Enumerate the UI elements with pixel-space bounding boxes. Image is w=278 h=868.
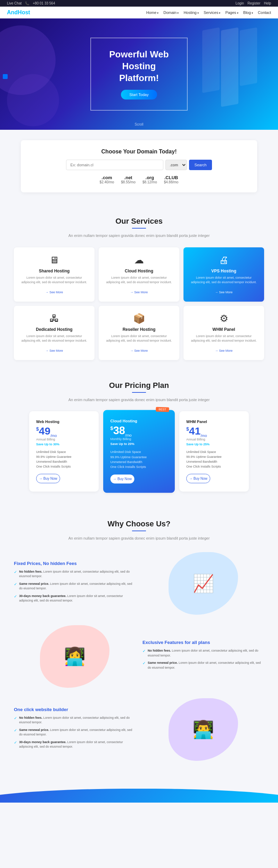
navbar: AndHost Home Domain Hosting Services Pag… [0, 7, 278, 18]
pricing-plan-name-0: Web Hosting [36, 420, 92, 424]
pricing-feature: Unmetered Bandwidth [36, 459, 92, 464]
pricing-buy-button-2[interactable]: → Buy Now [186, 474, 210, 483]
why-feature-0-0: ✓ No hidden fees. Lorem ipsum dolor sit … [14, 570, 136, 579]
pricing-feature: Unlimited Disk Space [186, 449, 242, 454]
why-feature-title-1: Exclusive Features for all plans [142, 640, 264, 645]
pricing-badge-1: BEST [156, 407, 169, 412]
tld-org: .org $8.12/mo [142, 175, 157, 184]
pricing-feature: One Click Installs Scripts [186, 464, 242, 469]
why-feature-text-0-1: Same renewal price. Lorem ipsum dolor si… [19, 582, 136, 591]
live-chat-label[interactable]: Live Chat [7, 1, 22, 5]
service-desc-3: Lorem ipsum dolor sit amet, consectetur … [19, 334, 89, 343]
service-link-3[interactable]: → See More [46, 349, 63, 352]
why-feature-text-0-2: 30-days money back guarantee. Lorem ipsu… [19, 594, 136, 603]
why-block-0: Fixed Prices, No hidden Fees ✓ No hidden… [14, 552, 264, 615]
services-divider [132, 228, 146, 229]
top-bar-right: Login Register Help [236, 1, 271, 5]
logo[interactable]: AndHost [7, 9, 30, 16]
hero-cta-button[interactable]: Start Today [121, 90, 157, 99]
hero-circle2 [7, 74, 59, 126]
service-desc-5: Lorem ipsum dolor sit amet, consectetur … [189, 334, 259, 343]
why-feature-1-0: ✓ No hidden fees. Lorem ipsum dolor sit … [142, 648, 264, 658]
pricing-features-2: Unlimited Disk Space99.9% Uptime Guarant… [186, 449, 242, 469]
pricing-feature: 99.9% Uptime Guarantee [186, 454, 242, 459]
nav-hosting[interactable]: Hosting [183, 10, 199, 15]
phone-number: +80 01 33 564 [33, 1, 55, 5]
why-check-icon-2-1: ✓ [14, 728, 17, 733]
pricing-feature: One Click Installs Scripts [111, 464, 168, 469]
why-feature-text-1-0: No hidden fees. Lorem ipsum dolor sit am… [148, 648, 264, 658]
why-image-area-2: 👨‍💻 [142, 698, 264, 761]
pricing-divider [132, 392, 146, 393]
why-content-0: Fixed Prices, No hidden Fees ✓ No hidden… [14, 561, 136, 606]
pricing-grid: Web Hosting $49/mo Annual Billing Save U… [14, 411, 264, 492]
why-feature-2-2: ✓ 30-days money back guarantee. Lorem ip… [14, 740, 136, 749]
why-blob-2: 👨‍💻 [169, 698, 238, 761]
nav-contact[interactable]: Contact [258, 10, 271, 15]
service-name-2: VPS Hosting [189, 269, 259, 273]
nav-pages[interactable]: Pages [225, 10, 238, 15]
why-check-icon-0-1: ✓ [14, 582, 17, 587]
hero-shape-2 [221, 27, 238, 107]
pricing-buy-button-1[interactable]: → Buy Now [111, 475, 134, 484]
why-content-2: One click website builder ✓ No hidden fe… [14, 707, 136, 752]
hero-section: Powerful Web Hosting Platform! Start Tod… [0, 18, 278, 130]
why-check-icon-0-0: ✓ [14, 570, 17, 574]
login-link[interactable]: Login [236, 1, 244, 5]
domain-input[interactable] [66, 160, 163, 170]
pricing-feature: One Click Installs Scripts [36, 464, 92, 469]
scroll-indicator[interactable]: Scroll [134, 122, 143, 126]
service-link-0[interactable]: → See More [46, 290, 63, 294]
service-card-3: 🖧 Dedicated Hosting Lorem ipsum dolor si… [14, 306, 95, 360]
why-blob-1: 👩‍💻 [40, 625, 109, 688]
why-image-area-0: 📈 [142, 552, 264, 615]
why-divider [132, 531, 146, 531]
nav-blog[interactable]: Blog [243, 10, 253, 15]
hero-box: Powerful Web Hosting Platform! Start Tod… [90, 38, 188, 110]
hero-shapes [202, 29, 257, 105]
help-link[interactable]: Help [264, 1, 271, 5]
why-blob-0: 📈 [169, 552, 238, 615]
service-link-4[interactable]: → See More [130, 349, 148, 352]
service-icon-2: 🖨 [189, 254, 259, 266]
tld-club: .CLUB $4.88/mo [164, 175, 179, 184]
why-feature-2-0: ✓ No hidden fees. Lorem ipsum dolor sit … [14, 716, 136, 725]
domain-search: .com.net.org.club Search [31, 160, 247, 170]
pricing-card-0: Web Hosting $49/mo Annual Billing Save U… [29, 411, 99, 492]
service-name-5: WHM Panel [189, 327, 259, 332]
phone-icon: 📞 [25, 1, 29, 5]
pricing-save-2: Save Up to 25% [186, 443, 242, 446]
why-check-icon-1-1: ✓ [142, 661, 146, 666]
service-icon-1: ☁ [104, 254, 174, 266]
hero-widget [3, 74, 8, 79]
pricing-card-2: WHM Panel $41/mo Annual Billing Save Up … [179, 411, 249, 492]
service-name-0: Shared Hosting [19, 269, 89, 273]
service-icon-5: ⚙ [189, 313, 259, 324]
nav-services[interactable]: Services [204, 10, 220, 15]
domain-extension-select[interactable]: .com.net.org.club [165, 160, 187, 170]
service-desc-0: Lorem ipsum dolor sit amet, consectetur … [19, 276, 89, 285]
service-desc-1: Lorem ipsum dolor sit amet, consectetur … [104, 276, 174, 285]
service-link-5[interactable]: → See More [215, 349, 233, 352]
service-link-1[interactable]: → See More [130, 290, 148, 294]
service-card-1: ☁ Cloud Hosting Lorem ipsum dolor sit am… [99, 247, 179, 302]
hero-shape-1 [202, 27, 220, 93]
service-icon-4: 📦 [104, 313, 174, 324]
nav-domain[interactable]: Domain [163, 10, 179, 15]
why-feature-text-0-0: No hidden fees. Lorem ipsum dolor sit am… [19, 570, 136, 579]
nav-home[interactable]: Home [146, 10, 159, 15]
pricing-feature: 99.9% Uptime Guarantee [111, 454, 168, 459]
why-feature-text-2-2: 30-days money back guarantee. Lorem ipsu… [19, 740, 136, 749]
pricing-price-2: $41/mo [186, 425, 242, 438]
pricing-feature: Unmetered Bandwidth [111, 460, 168, 464]
why-feature-2-1: ✓ Same renewal price. Lorem ipsum dolor … [14, 728, 136, 737]
service-name-4: Reseller Hosting [104, 327, 174, 332]
why-check-icon-2-2: ✓ [14, 740, 17, 745]
domain-search-button[interactable]: Search [189, 160, 212, 170]
services-subtitle: An enim nullam tempor sapien gravida don… [14, 233, 264, 239]
pricing-buy-button-0[interactable]: → Buy Now [36, 474, 60, 483]
service-link-2[interactable]: → See More [215, 290, 233, 294]
pricing-billing-1: Monthly Billing [111, 437, 168, 441]
register-link[interactable]: Register [247, 1, 260, 5]
tld-com: .com $2.40/mo [100, 175, 114, 184]
